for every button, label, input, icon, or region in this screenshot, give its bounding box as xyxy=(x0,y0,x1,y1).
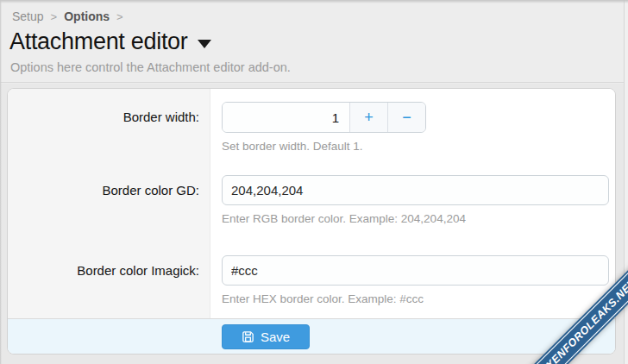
breadcrumb-separator-icon: > xyxy=(116,10,123,23)
left-edge-shadow xyxy=(0,0,2,364)
form-row-border-color-gd: Border color GD: Enter RGB border color.… xyxy=(8,162,615,242)
field-label-border-width: Border width: xyxy=(8,89,210,162)
breadcrumb-link-options[interactable]: Options xyxy=(64,9,110,23)
field-label-border-color-imagick: Border color Imagick: xyxy=(8,242,210,318)
field-hint-border-width: Set border width. Default 1. xyxy=(222,140,609,153)
save-button-label: Save xyxy=(261,329,290,344)
page-description: Options here control the Attachment edit… xyxy=(10,60,291,74)
options-form-panel: Border width: + − Set border width. Defa… xyxy=(7,88,616,355)
chevron-down-icon[interactable] xyxy=(198,40,211,48)
form-footer: Save xyxy=(8,318,615,355)
border-width-input[interactable] xyxy=(223,103,349,132)
increment-button[interactable]: + xyxy=(349,103,387,132)
admin-options-page: Setup>Options> Attachment editor Options… xyxy=(0,0,628,364)
field-control-border-width: + − Set border width. Default 1. xyxy=(210,89,615,162)
field-label-border-color-gd: Border color GD: xyxy=(8,162,210,242)
page-header: Setup>Options> Attachment editor Options… xyxy=(0,0,628,83)
field-hint-border-color-gd: Enter RGB border color. Example: 204,204… xyxy=(222,212,609,225)
scrollbar-gutter xyxy=(624,0,628,364)
field-control-border-color-imagick: Enter HEX border color. Example: #ccc xyxy=(210,242,615,318)
border-width-stepper: + − xyxy=(222,102,426,133)
page-title: Attachment editor xyxy=(9,28,211,55)
breadcrumb: Setup>Options> xyxy=(12,9,130,23)
field-hint-border-color-imagick: Enter HEX border color. Example: #ccc xyxy=(222,292,609,305)
field-control-border-color-gd: Enter RGB border color. Example: 204,204… xyxy=(210,162,615,242)
form-row-border-width: Border width: + − Set border width. Defa… xyxy=(8,89,615,162)
form-row-border-color-imagick: Border color Imagick: Enter HEX border c… xyxy=(8,242,615,318)
top-edge-shadow xyxy=(0,0,628,3)
breadcrumb-separator-icon: > xyxy=(51,10,58,23)
save-icon xyxy=(242,330,254,343)
border-color-imagick-input[interactable] xyxy=(222,255,609,286)
decrement-button[interactable]: − xyxy=(387,103,425,132)
content-area: Border width: + − Set border width. Defa… xyxy=(0,84,628,364)
page-title-text: Attachment editor xyxy=(9,28,188,55)
breadcrumb-link-setup[interactable]: Setup xyxy=(12,9,44,23)
border-color-gd-input[interactable] xyxy=(222,175,609,205)
save-button[interactable]: Save xyxy=(222,324,310,349)
